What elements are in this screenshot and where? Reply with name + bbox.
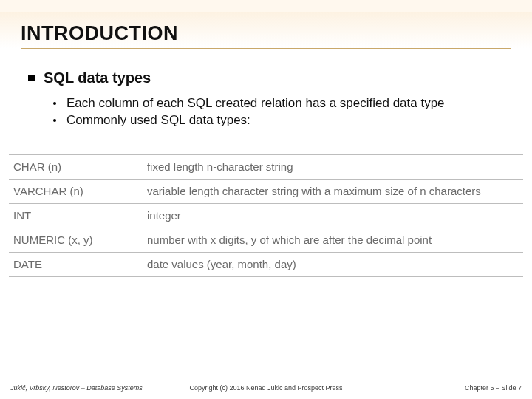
datatype-description: variable length character string with a …	[143, 179, 523, 203]
footer: Jukić, Vrbsky, Nestorov – Database Syste…	[0, 384, 532, 392]
datatype-name: VARCHAR (n)	[9, 179, 143, 203]
datatype-table: CHAR (n) fixed length n-character string…	[9, 154, 523, 277]
square-bullet-icon	[28, 75, 35, 81]
list-item-text: Commonly used SQL data types:	[66, 112, 250, 129]
dot-bullet-icon	[53, 119, 56, 122]
heading-text: SQL data types	[44, 69, 151, 86]
page-title: INTRODUCTION	[21, 22, 511, 49]
datatype-description: integer	[143, 203, 523, 228]
datatype-description: date values (year, month, day)	[143, 252, 523, 276]
footer-authors: Jukić, Vrbsky, Nestorov – Database Syste…	[10, 384, 181, 392]
footer-pagenum: Chapter 5 – Slide 7	[351, 384, 522, 392]
list-item-text: Each column of each SQL created relation…	[66, 95, 445, 112]
table-row: CHAR (n) fixed length n-character string	[9, 154, 523, 179]
heading-item: SQL data types	[28, 69, 511, 86]
datatype-name: CHAR (n)	[9, 154, 143, 179]
table-row: DATE date values (year, month, day)	[9, 252, 523, 276]
datatype-name: INT	[9, 203, 143, 228]
table-row: VARCHAR (n) variable length character st…	[9, 179, 523, 203]
list-item: Commonly used SQL data types:	[53, 112, 511, 129]
content-body: SQL data types Each column of each SQL c…	[21, 69, 511, 129]
datatype-name: NUMERIC (x, y)	[9, 228, 143, 252]
footer-copyright: Copyright (c) 2016 Nenad Jukic and Prosp…	[181, 384, 352, 392]
table-row: NUMERIC (x, y) number with x digits, y o…	[9, 228, 523, 252]
list-item: Each column of each SQL created relation…	[53, 95, 511, 112]
table-row: INT integer	[9, 203, 523, 228]
datatype-description: number with x digits, y of which are aft…	[143, 228, 523, 252]
datatype-description: fixed length n-character string	[143, 154, 523, 179]
datatype-name: DATE	[9, 252, 143, 276]
datatype-table-wrap: CHAR (n) fixed length n-character string…	[0, 154, 532, 277]
dot-bullet-icon	[53, 102, 56, 105]
slide: INTRODUCTION SQL data types Each column …	[0, 0, 532, 399]
subbullet-group: Each column of each SQL created relation…	[28, 95, 511, 129]
